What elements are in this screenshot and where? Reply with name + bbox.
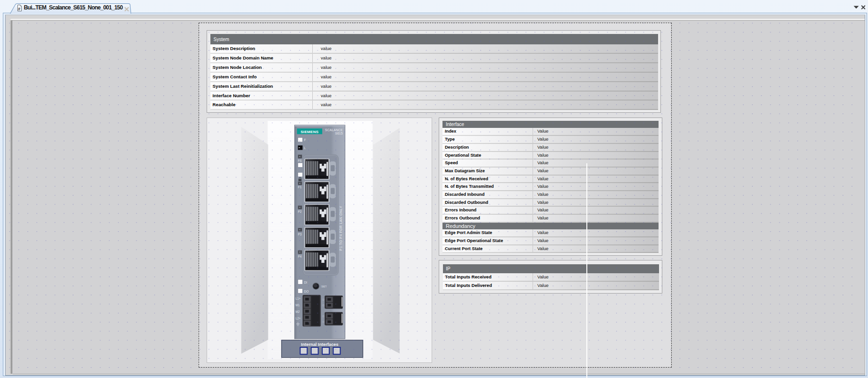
svg-text:#: #	[18, 7, 20, 11]
